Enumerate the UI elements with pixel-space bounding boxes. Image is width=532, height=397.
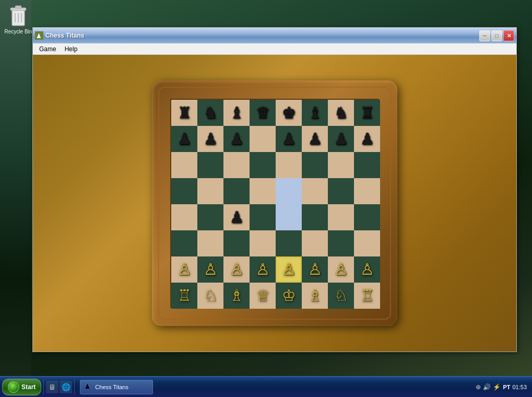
cell-r1-c4[interactable]: ♟ [276, 126, 302, 152]
cell-r3-c5[interactable] [302, 178, 328, 204]
cell-r7-c7[interactable]: ♖ [354, 283, 380, 309]
piece-r0-c3: ♛ [256, 105, 270, 121]
menu-game[interactable]: Game [35, 44, 61, 54]
taskbar-divider-2 [74, 380, 75, 394]
cell-r7-c6[interactable]: ♘ [328, 283, 354, 309]
piece-r7-c1: ♘ [204, 288, 218, 303]
piece-r1-c1: ♟ [204, 131, 218, 147]
piece-r6-c4: ♙ [282, 262, 296, 277]
cell-r2-c6[interactable] [328, 152, 354, 178]
cell-r4-c0[interactable] [171, 204, 197, 230]
cell-r6-c4[interactable]: ♙ [276, 256, 302, 283]
cell-r4-c6[interactable] [328, 204, 354, 230]
cell-r2-c7[interactable] [354, 152, 380, 178]
cell-r3-c4[interactable] [276, 178, 302, 204]
svg-rect-2 [15, 6, 21, 8]
cell-r4-c1[interactable] [197, 204, 223, 230]
cell-r4-c7[interactable] [354, 204, 380, 230]
cell-r5-c4[interactable] [276, 230, 302, 256]
cell-r5-c3[interactable] [250, 230, 276, 256]
cell-r7-c5[interactable]: ♗ [302, 283, 328, 309]
cell-r7-c4[interactable]: ♔ [276, 283, 302, 309]
cell-r3-c1[interactable] [197, 178, 223, 204]
show-desktop-button[interactable]: 🖥 [46, 381, 58, 393]
cell-r1-c5[interactable]: ♟ [302, 126, 328, 152]
menu-help[interactable]: Help [61, 44, 82, 54]
piece-r0-c2: ♝ [230, 105, 244, 121]
cell-r3-c2[interactable] [223, 178, 250, 204]
maximize-button[interactable]: □ [491, 30, 502, 41]
cell-r7-c2[interactable]: ♗ [223, 283, 250, 309]
piece-r6-c1: ♙ [204, 262, 218, 277]
taskbar-quick-launch: 🖥 🌐 [46, 381, 72, 393]
cell-r4-c2[interactable]: ♟ [223, 204, 250, 230]
taskbar-chess-item[interactable]: ♟ Chess Titans [80, 380, 153, 394]
cell-r1-c0[interactable]: ♟ [171, 126, 197, 152]
cell-r5-c7[interactable] [354, 230, 380, 256]
tray-network-icon[interactable]: ⊕ [476, 383, 481, 391]
piece-r6-c3: ♙ [256, 262, 270, 277]
tray-language[interactable]: PT [503, 384, 510, 390]
cell-r0-c6[interactable]: ♞ [328, 100, 354, 126]
cell-r0-c7[interactable]: ♜ [354, 100, 380, 126]
cell-r1-c7[interactable]: ♟ [354, 126, 380, 152]
cell-r6-c3[interactable]: ♙ [250, 256, 276, 283]
cell-r6-c2[interactable]: ♙ [223, 256, 250, 283]
cell-r1-c3[interactable] [250, 126, 276, 152]
cell-r0-c1[interactable]: ♞ [197, 100, 223, 126]
cell-r6-c5[interactable]: ♙ [302, 256, 328, 283]
cell-r2-c4[interactable] [276, 152, 302, 178]
close-button[interactable]: ✕ [503, 30, 514, 41]
taskbar-tray: ⊕ 🔊 ⚡ PT 01:53 [472, 383, 530, 391]
start-orb-icon [8, 381, 19, 393]
cell-r6-c0[interactable]: ♙ [171, 256, 197, 283]
cell-r0-c3[interactable]: ♛ [250, 100, 276, 126]
cell-r7-c1[interactable]: ♘ [197, 283, 223, 309]
cell-r7-c0[interactable]: ♖ [171, 283, 197, 309]
cell-r3-c6[interactable] [328, 178, 354, 204]
cell-r5-c6[interactable] [328, 230, 354, 256]
cell-r4-c5[interactable] [302, 204, 328, 230]
cell-r0-c4[interactable]: ♚ [276, 100, 302, 126]
cell-r2-c0[interactable] [171, 152, 197, 178]
cell-r7-c3[interactable]: ♕ [250, 283, 276, 309]
cell-r3-c0[interactable] [171, 178, 197, 204]
taskbar: Start 🖥 🌐 ♟ Chess Titans ⊕ 🔊 ⚡ PT 01:53 [0, 376, 532, 397]
cell-r4-c4[interactable] [276, 204, 302, 230]
cell-r3-c3[interactable] [250, 178, 276, 204]
piece-r7-c2: ♗ [230, 288, 244, 303]
chess-taskbar-label: Chess Titans [95, 384, 128, 390]
cell-r2-c2[interactable] [223, 152, 250, 178]
cell-r5-c5[interactable] [302, 230, 328, 256]
cell-r4-c3[interactable] [250, 204, 276, 230]
minimize-button[interactable]: ─ [479, 30, 490, 41]
piece-r1-c4: ♟ [282, 131, 296, 147]
cell-r1-c2[interactable]: ♟ [223, 126, 250, 152]
chess-board[interactable]: ♜♞♝♛♚♝♞♜♟♟♟♟♟♟♟♟♙♙♙♙♙♙♙♙♖♘♗♕♔♗♘♖ [170, 99, 379, 308]
cell-r6-c7[interactable]: ♙ [354, 256, 380, 283]
tray-audio-icon[interactable]: 🔊 [483, 383, 491, 391]
cell-r0-c5[interactable]: ♝ [302, 100, 328, 126]
start-button[interactable]: Start [2, 379, 41, 395]
tray-battery-icon[interactable]: ⚡ [493, 383, 501, 391]
cell-r6-c6[interactable]: ♙ [328, 256, 354, 283]
cell-r5-c0[interactable] [171, 230, 197, 256]
titlebar: ♟ Chess Titans ─ □ ✕ [33, 28, 516, 43]
cell-r0-c0[interactable]: ♜ [171, 100, 197, 126]
cell-r5-c1[interactable] [197, 230, 223, 256]
cell-r3-c7[interactable] [354, 178, 380, 204]
piece-r4-c2: ♟ [230, 209, 244, 225]
piece-r7-c0: ♖ [178, 288, 192, 303]
cell-r1-c6[interactable]: ♟ [328, 126, 354, 152]
cell-r2-c3[interactable] [250, 152, 276, 178]
cell-r1-c1[interactable]: ♟ [197, 126, 223, 152]
tray-clock[interactable]: 01:53 [512, 384, 527, 390]
cell-r2-c5[interactable] [302, 152, 328, 178]
piece-r0-c4: ♚ [282, 105, 296, 121]
cell-r6-c1[interactable]: ♙ [197, 256, 223, 283]
ie-button[interactable]: 🌐 [60, 381, 72, 393]
cell-r5-c2[interactable] [223, 230, 250, 256]
cell-r2-c1[interactable] [197, 152, 223, 178]
recycle-bin-icon[interactable]: Recycle Bin [3, 3, 34, 34]
cell-r0-c2[interactable]: ♝ [223, 100, 250, 126]
